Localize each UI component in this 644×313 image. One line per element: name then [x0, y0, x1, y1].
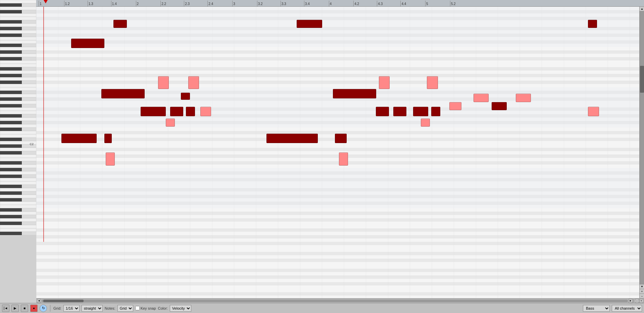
playhead-marker[interactable]: [44, 0, 48, 3]
svg-rect-29: [0, 94, 36, 97]
key-snap-checkbox[interactable]: [135, 306, 140, 310]
ruler-mark: 4.3: [377, 1, 383, 7]
note-block[interactable]: [335, 134, 347, 143]
note-block[interactable]: [141, 107, 166, 116]
instrument-select[interactable]: Bass: [583, 305, 610, 312]
vertical-scrollbar[interactable]: ▲ ▼ + −: [639, 7, 644, 298]
prev-btn[interactable]: |◄: [2, 305, 9, 312]
note-block[interactable]: [297, 20, 322, 28]
channel-select[interactable]: All channels: [612, 305, 642, 312]
note-block[interactable]: [588, 107, 599, 116]
separator1: [50, 305, 50, 312]
note-block[interactable]: [492, 102, 507, 110]
svg-rect-69: [0, 228, 36, 232]
note-block[interactable]: [104, 134, 112, 143]
hzoom-in-btn[interactable]: +: [639, 299, 643, 303]
note-block[interactable]: [200, 107, 211, 116]
scroll-down-btn[interactable]: ▼: [640, 284, 644, 289]
note-block[interactable]: [413, 107, 428, 116]
ruler-mark: 3.3: [281, 1, 286, 7]
zoom-in-btn[interactable]: +: [640, 289, 644, 294]
svg-rect-27: [0, 87, 36, 91]
color-select[interactable]: Velocity: [170, 305, 191, 312]
note-block[interactable]: [474, 94, 489, 102]
note-block[interactable]: [333, 89, 376, 98]
svg-rect-90: [0, 151, 22, 154]
zoom-out-btn[interactable]: −: [640, 294, 644, 298]
svg-rect-34: [0, 111, 36, 114]
horizontal-scrollbar[interactable]: ◄ ► − +: [36, 298, 644, 303]
svg-rect-45: [0, 148, 36, 151]
svg-rect-81: [0, 81, 22, 84]
ruler-mark: 1.3: [88, 1, 93, 7]
ruler-mark: 5.2: [450, 1, 456, 7]
note-block[interactable]: [181, 93, 190, 100]
record-btn[interactable]: ●: [30, 305, 38, 312]
note-block[interactable]: [106, 152, 115, 166]
scroll-up-btn[interactable]: ▲: [640, 7, 644, 11]
note-block[interactable]: [71, 39, 104, 48]
note-block[interactable]: [101, 89, 145, 98]
svg-rect-61: [0, 202, 36, 205]
svg-rect-78: [0, 57, 22, 60]
ruler-mark: 1: [39, 1, 42, 7]
scroll-right-btn[interactable]: ►: [629, 299, 633, 303]
svg-rect-71: [0, 3, 22, 7]
loop-btn[interactable]: ↻: [40, 305, 47, 312]
ruler-mark: 4.2: [353, 1, 359, 7]
note-block[interactable]: [376, 107, 389, 116]
svg-rect-31: [0, 101, 36, 104]
grid-select[interactable]: 1/16 1/8 1/4: [63, 305, 80, 312]
notes-select[interactable]: Grid: [117, 305, 133, 312]
svg-rect-10: [0, 30, 36, 34]
svg-rect-59: [0, 195, 36, 198]
note-block[interactable]: [588, 20, 597, 28]
snap-type-select[interactable]: straight: [82, 305, 103, 312]
ruler-mark: 4.4: [400, 1, 406, 7]
svg-rect-94: [0, 185, 22, 188]
svg-rect-64: [0, 212, 36, 215]
svg-rect-87: [0, 128, 22, 131]
note-block[interactable]: [266, 134, 318, 143]
hzoom-out-btn[interactable]: −: [635, 299, 639, 303]
svg-rect-77: [0, 50, 22, 54]
note-block[interactable]: [431, 107, 440, 116]
svg-rect-93: [0, 175, 22, 178]
stop-btn[interactable]: ■: [21, 305, 28, 312]
piano-roll-area: C2 11.21.31.422.22.32.433.23.33.444.24.3…: [0, 0, 644, 303]
note-block[interactable]: [61, 134, 96, 143]
svg-rect-68: [0, 225, 36, 228]
svg-rect-3: [0, 7, 36, 10]
svg-rect-54: [0, 178, 36, 181]
svg-rect-48: [0, 158, 36, 161]
svg-rect-47: [0, 154, 36, 158]
color-label: Color:: [158, 306, 168, 310]
note-block[interactable]: [113, 20, 127, 28]
scroll-left-btn[interactable]: ◄: [37, 299, 41, 303]
note-block[interactable]: [186, 107, 195, 116]
svg-rect-40: [0, 131, 36, 134]
ruler-mark: 2.2: [160, 1, 166, 7]
play-btn[interactable]: ▶: [11, 305, 19, 312]
svg-rect-17: [0, 54, 36, 57]
svg-rect-82: [0, 91, 22, 94]
note-block[interactable]: [516, 94, 531, 102]
grid-scroll[interactable]: [36, 7, 639, 298]
note-block[interactable]: [427, 76, 438, 89]
note-block[interactable]: [379, 76, 390, 89]
grid-label: Grid:: [53, 306, 61, 310]
note-block[interactable]: [393, 107, 407, 116]
note-block[interactable]: [188, 76, 199, 89]
note-block[interactable]: [170, 107, 184, 116]
note-block[interactable]: [158, 76, 169, 89]
note-block[interactable]: [421, 119, 430, 127]
key-snap-label: Key snap: [135, 306, 156, 310]
note-block[interactable]: [339, 152, 348, 166]
note-block[interactable]: [166, 119, 175, 127]
ruler-mark: 3.4: [304, 1, 310, 7]
svg-rect-50: [0, 165, 36, 168]
svg-rect-99: [0, 222, 22, 225]
note-block[interactable]: [449, 102, 461, 110]
svg-rect-72: [0, 10, 22, 13]
ruler-mark: 3: [232, 1, 235, 7]
